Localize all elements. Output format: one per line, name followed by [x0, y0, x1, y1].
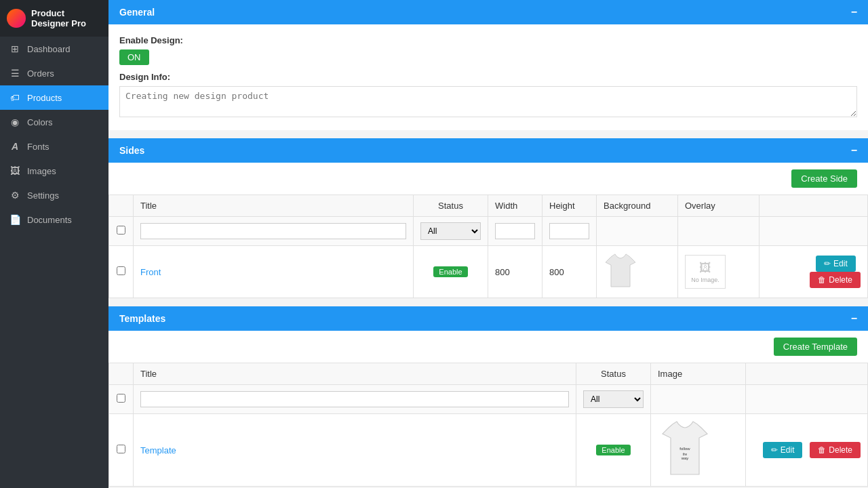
templates-col-checkbox — [109, 363, 134, 385]
templates-filter-title-cell — [134, 385, 576, 414]
delete-icon: 🗑 — [818, 275, 826, 285]
sides-row-width: 800 — [495, 267, 510, 277]
sides-section: Sides − Create Side Title Status Width H… — [108, 138, 868, 298]
templates-filter-title-input[interactable] — [140, 391, 569, 407]
create-template-button[interactable]: Create Template — [774, 338, 857, 356]
sides-row-height-cell: 800 — [542, 246, 597, 298]
sides-minimize-icon[interactable]: − — [851, 145, 857, 156]
templates-filter-status-cell: All — [576, 385, 651, 414]
sides-section-header: Sides − — [108, 138, 868, 163]
sidebar-item-dashboard[interactable]: ⊞ Dashboard — [0, 37, 108, 61]
images-icon: 🖼 — [9, 165, 20, 176]
general-section-title: General — [119, 7, 155, 18]
sides-col-overlay: Overlay — [678, 195, 760, 217]
sides-filter-row: All — [109, 217, 868, 246]
sides-row-checkbox[interactable] — [117, 266, 125, 275]
templates-col-status: Status — [576, 363, 651, 385]
no-image-icon: 🖼 — [699, 261, 711, 275]
sides-col-actions — [760, 195, 868, 217]
table-row: Template Enable follow the — [109, 414, 868, 487]
status-badge: Enable — [596, 445, 630, 455]
templates-filter-row: All — [109, 385, 868, 414]
templates-filter-actions-cell — [746, 385, 868, 414]
templates-row-title-cell: Template — [134, 414, 576, 487]
sides-section-title: Sides — [119, 145, 144, 156]
sides-filter-status-select[interactable]: All — [420, 222, 481, 240]
edit-icon: ✏ — [824, 259, 831, 268]
templates-filter-image-cell — [651, 385, 746, 414]
general-section-header: General − — [108, 0, 868, 24]
templates-row-checkbox-cell — [109, 414, 134, 487]
templates-filter-status-select[interactable]: All — [583, 390, 644, 408]
sides-row-bg-cell — [597, 246, 678, 298]
status-badge: Enable — [433, 266, 467, 277]
sides-row-overlay-image: 🖼 No Image. — [685, 255, 726, 289]
sidebar-item-images[interactable]: 🖼 Images — [0, 159, 108, 183]
dashboard-icon: ⊞ — [9, 43, 20, 54]
sides-filter-width-input[interactable] — [495, 223, 535, 239]
sides-filter-status-cell: All — [414, 217, 488, 246]
design-info-label: Design Info: — [119, 72, 857, 82]
logo-icon — [7, 9, 26, 28]
sidebar-item-colors[interactable]: ◉ Colors — [0, 110, 108, 134]
sides-row-status-cell: Enable — [414, 246, 488, 298]
sidebar-item-label: Orders — [27, 68, 54, 79]
sides-row-title-cell: Front — [134, 246, 414, 298]
sides-delete-button[interactable]: 🗑 Delete — [810, 272, 861, 288]
delete-icon: 🗑 — [818, 445, 826, 455]
sides-filter-height-cell — [542, 217, 597, 246]
app-title: Product Designer Pro — [31, 8, 102, 28]
colors-icon: ◉ — [9, 117, 20, 127]
template-row-image: follow the way — [658, 420, 712, 481]
sides-col-status: Status — [414, 195, 488, 217]
sides-filter-actions-cell — [760, 217, 868, 246]
sides-col-checkbox — [109, 195, 134, 217]
sides-row-bg-image — [604, 251, 637, 292]
templates-section-title: Templates — [119, 313, 165, 324]
enable-design-toggle[interactable]: ON — [119, 49, 149, 65]
templates-minimize-icon[interactable]: − — [851, 313, 857, 324]
edit-icon: ✏ — [771, 445, 778, 455]
sides-filter-overlay-cell — [678, 217, 760, 246]
svg-text:follow: follow — [679, 447, 690, 451]
general-section: General − Enable Design: ON Design Info: — [108, 0, 868, 130]
sidebar-item-fonts[interactable]: A Fonts — [0, 134, 108, 159]
templates-delete-button[interactable]: 🗑 Delete — [810, 442, 861, 458]
templates-row-title-link[interactable]: Template — [140, 445, 176, 455]
create-side-button[interactable]: Create Side — [791, 169, 857, 188]
sides-filter-checkbox-cell — [109, 217, 134, 246]
templates-row-actions-cell: ✏ Edit 🗑 Delete — [746, 414, 868, 487]
sides-row-width-cell: 800 — [488, 246, 542, 298]
sidebar-item-orders[interactable]: ☰ Orders — [0, 61, 108, 85]
sidebar-item-documents[interactable]: 📄 Documents — [0, 207, 108, 232]
sides-col-height: Height — [542, 195, 597, 217]
templates-row-status-cell: Enable — [576, 414, 651, 487]
templates-filter-checkbox[interactable] — [117, 394, 125, 403]
sidebar-item-label: Colors — [27, 117, 53, 127]
sides-filter-title-input[interactable] — [140, 223, 406, 239]
templates-row-checkbox[interactable] — [117, 445, 125, 453]
templates-filter-checkbox-cell — [109, 385, 134, 414]
general-minimize-icon[interactable]: − — [851, 7, 857, 18]
sides-table-wrap: Title Status Width Height Background Ove… — [108, 195, 868, 298]
templates-edit-button[interactable]: ✏ Edit — [763, 442, 803, 458]
templates-row-image-cell: follow the way — [651, 414, 746, 487]
sides-col-background: Background — [597, 195, 678, 217]
sides-filter-width-cell — [488, 217, 542, 246]
sidebar-item-label: Images — [27, 166, 56, 176]
sides-row-checkbox-cell — [109, 246, 134, 298]
sides-filter-checkbox[interactable] — [117, 226, 125, 235]
templates-section-header: Templates − — [108, 306, 868, 331]
templates-table-header-row: Title Status Image — [109, 363, 868, 385]
app-logo: Product Designer Pro — [0, 0, 108, 37]
design-info-input[interactable] — [119, 86, 857, 117]
sides-action-bar: Create Side — [108, 163, 868, 195]
sides-filter-height-input[interactable] — [549, 223, 589, 239]
sides-edit-button[interactable]: ✏ Edit — [816, 256, 856, 272]
sides-row-title-link[interactable]: Front — [140, 267, 161, 277]
sides-filter-bg-cell — [597, 217, 678, 246]
templates-section: Templates − Create Template Title Status… — [108, 306, 868, 487]
sidebar-item-settings[interactable]: ⚙ Settings — [0, 183, 108, 207]
sidebar-item-products[interactable]: 🏷 Products — [0, 85, 108, 110]
documents-icon: 📄 — [9, 214, 20, 225]
